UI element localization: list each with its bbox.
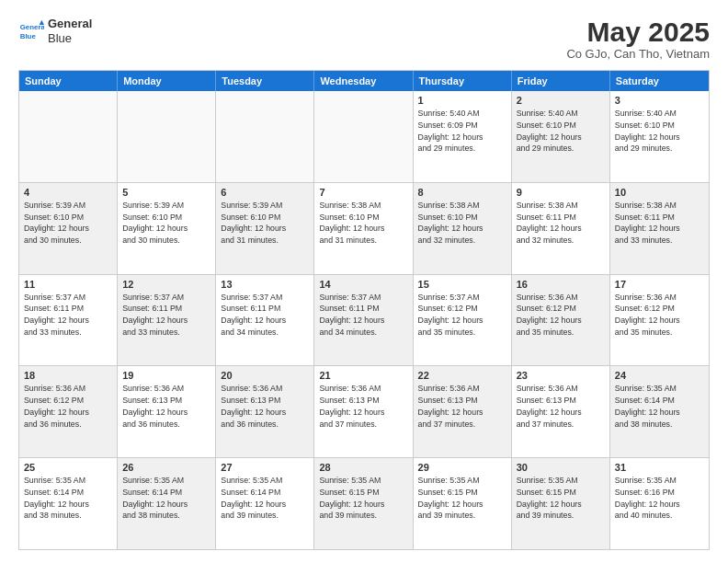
- logo: General Blue General Blue: [18, 17, 92, 45]
- svg-text:Blue: Blue: [20, 31, 37, 40]
- calendar-cell-12: 12Sunrise: 5:37 AM Sunset: 6:11 PM Dayli…: [118, 275, 216, 366]
- day-number: 1: [418, 95, 506, 106]
- day-number: 5: [122, 187, 210, 198]
- day-info: Sunrise: 5:38 AM Sunset: 6:10 PM Dayligh…: [319, 200, 407, 247]
- day-info: Sunrise: 5:39 AM Sunset: 6:10 PM Dayligh…: [221, 200, 309, 247]
- calendar-cell-4: 4Sunrise: 5:39 AM Sunset: 6:10 PM Daylig…: [19, 183, 118, 274]
- calendar-cell-18: 18Sunrise: 5:36 AM Sunset: 6:12 PM Dayli…: [19, 366, 118, 457]
- day-info: Sunrise: 5:35 AM Sunset: 6:14 PM Dayligh…: [122, 475, 210, 522]
- day-info: Sunrise: 5:37 AM Sunset: 6:11 PM Dayligh…: [221, 292, 309, 339]
- calendar: SundayMondayTuesdayWednesdayThursdayFrid…: [18, 70, 710, 550]
- calendar-cell-6: 6Sunrise: 5:39 AM Sunset: 6:10 PM Daylig…: [216, 183, 314, 274]
- day-number: 10: [615, 187, 704, 198]
- day-number: 29: [418, 462, 506, 473]
- calendar-cell-27: 27Sunrise: 5:35 AM Sunset: 6:14 PM Dayli…: [216, 458, 314, 549]
- day-info: Sunrise: 5:35 AM Sunset: 6:16 PM Dayligh…: [615, 475, 704, 522]
- calendar-cell-17: 17Sunrise: 5:36 AM Sunset: 6:12 PM Dayli…: [610, 275, 709, 366]
- day-number: 2: [517, 95, 605, 106]
- day-info: Sunrise: 5:37 AM Sunset: 6:11 PM Dayligh…: [319, 292, 407, 339]
- calendar-body: 1Sunrise: 5:40 AM Sunset: 6:09 PM Daylig…: [19, 91, 709, 549]
- calendar-row-4: 25Sunrise: 5:35 AM Sunset: 6:14 PM Dayli…: [19, 458, 709, 549]
- day-number: 19: [122, 370, 210, 381]
- day-info: Sunrise: 5:35 AM Sunset: 6:15 PM Dayligh…: [517, 475, 605, 522]
- day-number: 17: [615, 279, 704, 290]
- header-day-saturday: Saturday: [610, 71, 709, 91]
- calendar-cell-14: 14Sunrise: 5:37 AM Sunset: 6:11 PM Dayli…: [314, 275, 413, 366]
- day-number: 28: [319, 462, 407, 473]
- calendar-cell-1: 1Sunrise: 5:40 AM Sunset: 6:09 PM Daylig…: [414, 91, 512, 182]
- day-number: 31: [615, 462, 704, 473]
- calendar-cell-13: 13Sunrise: 5:37 AM Sunset: 6:11 PM Dayli…: [216, 275, 314, 366]
- day-number: 18: [24, 370, 112, 381]
- calendar-cell-25: 25Sunrise: 5:35 AM Sunset: 6:14 PM Dayli…: [19, 458, 118, 549]
- calendar-cell-16: 16Sunrise: 5:36 AM Sunset: 6:12 PM Dayli…: [512, 275, 610, 366]
- day-info: Sunrise: 5:38 AM Sunset: 6:11 PM Dayligh…: [517, 200, 605, 247]
- logo-line2: Blue: [48, 31, 92, 46]
- day-info: Sunrise: 5:39 AM Sunset: 6:10 PM Dayligh…: [24, 200, 112, 247]
- day-info: Sunrise: 5:40 AM Sunset: 6:09 PM Dayligh…: [418, 108, 506, 155]
- calendar-cell-19: 19Sunrise: 5:36 AM Sunset: 6:13 PM Dayli…: [118, 366, 216, 457]
- day-info: Sunrise: 5:39 AM Sunset: 6:10 PM Dayligh…: [122, 200, 210, 247]
- calendar-cell-26: 26Sunrise: 5:35 AM Sunset: 6:14 PM Dayli…: [118, 458, 216, 549]
- day-info: Sunrise: 5:37 AM Sunset: 6:12 PM Dayligh…: [418, 292, 506, 339]
- calendar-row-1: 4Sunrise: 5:39 AM Sunset: 6:10 PM Daylig…: [19, 183, 709, 275]
- day-number: 16: [517, 279, 605, 290]
- calendar-cell-20: 20Sunrise: 5:36 AM Sunset: 6:13 PM Dayli…: [216, 366, 314, 457]
- calendar-header: SundayMondayTuesdayWednesdayThursdayFrid…: [19, 71, 709, 91]
- day-number: 21: [319, 370, 407, 381]
- calendar-cell-29: 29Sunrise: 5:35 AM Sunset: 6:15 PM Dayli…: [414, 458, 512, 549]
- calendar-cell-empty-02: [216, 91, 314, 182]
- calendar-cell-22: 22Sunrise: 5:36 AM Sunset: 6:13 PM Dayli…: [414, 366, 512, 457]
- calendar-cell-23: 23Sunrise: 5:36 AM Sunset: 6:13 PM Dayli…: [512, 366, 610, 457]
- day-info: Sunrise: 5:36 AM Sunset: 6:13 PM Dayligh…: [517, 383, 605, 430]
- logo-text: General Blue: [48, 17, 92, 45]
- day-info: Sunrise: 5:37 AM Sunset: 6:11 PM Dayligh…: [122, 292, 210, 339]
- calendar-cell-28: 28Sunrise: 5:35 AM Sunset: 6:15 PM Dayli…: [314, 458, 413, 549]
- day-number: 12: [122, 279, 210, 290]
- calendar-cell-empty-01: [118, 91, 216, 182]
- day-number: 7: [319, 187, 407, 198]
- calendar-cell-15: 15Sunrise: 5:37 AM Sunset: 6:12 PM Dayli…: [414, 275, 512, 366]
- day-number: 11: [24, 279, 112, 290]
- calendar-cell-7: 7Sunrise: 5:38 AM Sunset: 6:10 PM Daylig…: [314, 183, 413, 274]
- location-subtitle: Co GJo, Can Tho, Vietnam: [566, 47, 710, 61]
- day-info: Sunrise: 5:35 AM Sunset: 6:14 PM Dayligh…: [221, 475, 309, 522]
- day-info: Sunrise: 5:40 AM Sunset: 6:10 PM Dayligh…: [615, 108, 704, 155]
- day-number: 24: [615, 370, 704, 381]
- day-number: 22: [418, 370, 506, 381]
- header-day-monday: Monday: [118, 71, 216, 91]
- day-number: 9: [517, 187, 605, 198]
- calendar-cell-21: 21Sunrise: 5:36 AM Sunset: 6:13 PM Dayli…: [314, 366, 413, 457]
- calendar-cell-30: 30Sunrise: 5:35 AM Sunset: 6:15 PM Dayli…: [512, 458, 610, 549]
- calendar-cell-31: 31Sunrise: 5:35 AM Sunset: 6:16 PM Dayli…: [610, 458, 709, 549]
- day-info: Sunrise: 5:36 AM Sunset: 6:12 PM Dayligh…: [615, 292, 704, 339]
- title-area: May 2025 Co GJo, Can Tho, Vietnam: [566, 17, 710, 61]
- logo-line1: General: [48, 17, 92, 31]
- calendar-cell-10: 10Sunrise: 5:38 AM Sunset: 6:11 PM Dayli…: [610, 183, 709, 274]
- day-info: Sunrise: 5:36 AM Sunset: 6:13 PM Dayligh…: [221, 383, 309, 430]
- day-number: 6: [221, 187, 309, 198]
- header: General Blue General Blue May 2025 Co GJ…: [18, 17, 710, 61]
- day-info: Sunrise: 5:36 AM Sunset: 6:13 PM Dayligh…: [319, 383, 407, 430]
- day-number: 14: [319, 279, 407, 290]
- calendar-cell-24: 24Sunrise: 5:35 AM Sunset: 6:14 PM Dayli…: [610, 366, 709, 457]
- month-title: May 2025: [566, 17, 710, 47]
- day-number: 3: [615, 95, 704, 106]
- header-day-tuesday: Tuesday: [216, 71, 314, 91]
- header-day-wednesday: Wednesday: [314, 71, 413, 91]
- day-number: 13: [221, 279, 309, 290]
- day-info: Sunrise: 5:35 AM Sunset: 6:15 PM Dayligh…: [418, 475, 506, 522]
- calendar-row-0: 1Sunrise: 5:40 AM Sunset: 6:09 PM Daylig…: [19, 91, 709, 183]
- day-number: 27: [221, 462, 309, 473]
- day-info: Sunrise: 5:35 AM Sunset: 6:15 PM Dayligh…: [319, 475, 407, 522]
- calendar-cell-empty-00: [19, 91, 118, 182]
- header-day-sunday: Sunday: [19, 71, 118, 91]
- svg-marker-2: [40, 19, 44, 24]
- day-info: Sunrise: 5:37 AM Sunset: 6:11 PM Dayligh…: [24, 292, 112, 339]
- day-number: 23: [517, 370, 605, 381]
- day-info: Sunrise: 5:40 AM Sunset: 6:10 PM Dayligh…: [517, 108, 605, 155]
- calendar-row-2: 11Sunrise: 5:37 AM Sunset: 6:11 PM Dayli…: [19, 275, 709, 367]
- day-info: Sunrise: 5:38 AM Sunset: 6:10 PM Dayligh…: [418, 200, 506, 247]
- day-info: Sunrise: 5:36 AM Sunset: 6:13 PM Dayligh…: [122, 383, 210, 430]
- calendar-cell-11: 11Sunrise: 5:37 AM Sunset: 6:11 PM Dayli…: [19, 275, 118, 366]
